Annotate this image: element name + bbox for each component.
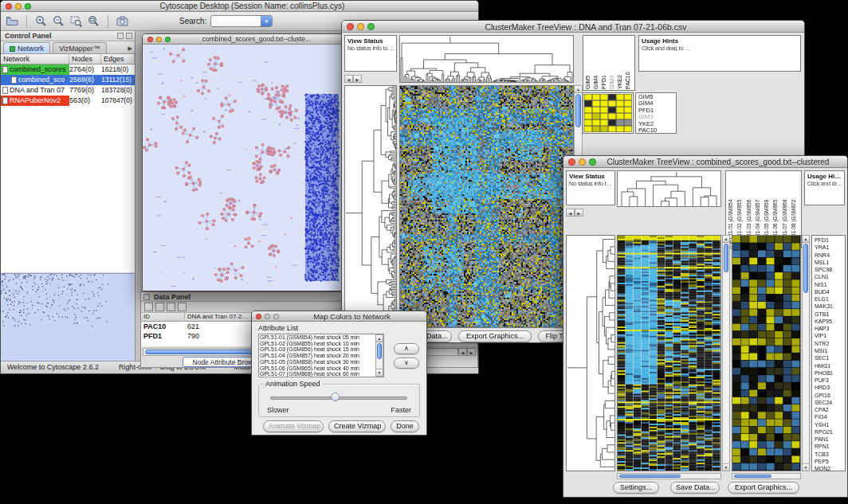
speed-slider-handle[interactable] [331,393,340,401]
search-input[interactable] [211,16,261,26]
minimize-window-icon[interactable] [15,3,22,10]
zoom-heatmap[interactable] [584,94,632,132]
scrollbar-thumb[interactable] [377,343,382,359]
zoom-hscrollbar[interactable] [732,473,801,479]
network-overview-thumbnail[interactable] [1,274,135,361]
zoom-out-icon[interactable] [52,14,65,28]
column-dendrogram[interactable] [400,36,573,82]
scrollbar-thumb[interactable] [619,475,681,478]
network-list-row[interactable]: DNA and Tran 07 7769(0) 183728(0) [1,85,135,96]
gene-label[interactable]: YSH1 [815,421,845,428]
network-list-row[interactable]: combined_sco 2569(6) 13112(15) [1,75,135,85]
column-dendrogram[interactable] [618,171,720,206]
column-header-nodes[interactable]: Nodes [69,54,101,64]
scroll-down-icon[interactable]: ▼ [803,463,809,471]
zoom-in-icon[interactable] [34,14,48,28]
close-window-icon[interactable] [347,23,354,30]
gene-label[interactable]: TCB3 [815,451,845,458]
close-window-icon[interactable] [568,158,575,166]
attribute-list-vscrollbar[interactable]: ▲ ▼ [375,334,383,377]
attribute-list-item[interactable]: GPL51-02 (GSM855) heat shock 10 min [260,341,375,347]
scrollbar-thumb[interactable] [724,244,728,272]
zoom-gene-labels[interactable]: GIM5GIM4PFD1GIM3YKE2PAC10 [635,92,677,134]
close-window-icon[interactable] [6,3,12,10]
heatmap-hscrollbar[interactable] [617,473,721,479]
attribute-list[interactable]: GPL51-01 (GSM854) heat shock 05 minGPL51… [258,334,384,377]
scroll-right-icon[interactable]: ▶ [467,348,476,356]
gene-label[interactable]: KAP95 [815,318,845,325]
gene-label[interactable]: HRD3 [815,384,845,391]
minimize-window-icon[interactable] [156,37,162,42]
open-session-icon[interactable] [6,14,19,28]
export-graphics-button[interactable]: Export Graphics... [458,330,532,342]
gene-label[interactable]: PUF3 [815,377,845,384]
export-graphics-button[interactable]: Export Graphics... [728,482,799,494]
zoom-heatmap[interactable] [732,236,800,471]
scroll-left-icon[interactable]: ◀ [458,348,467,356]
row-dendrogram[interactable] [567,236,614,471]
treeview-dna-titlebar[interactable]: ClusterMaker TreeView : DNA and Tran 07-… [342,21,804,33]
treeview-combined-titlebar[interactable]: ClusterMaker TreeView : combined_scores_… [563,156,847,168]
scroll-left-icon[interactable]: ◀ [344,75,353,83]
minimize-window-icon[interactable] [579,158,586,166]
gene-label[interactable]: HMG1 [815,362,845,369]
scroll-up-icon[interactable]: ▲ [376,335,383,342]
column-header-edges[interactable]: Edges [101,54,135,64]
scroll-up-icon[interactable]: ▲ [723,236,729,243]
gene-label[interactable]: PFD1 [815,236,845,244]
scroll-right-icon[interactable]: ▶ [353,75,362,83]
attribute-list-item[interactable]: GPL51-04 (GSM857) heat shock 20 min [260,353,375,359]
close-window-icon[interactable] [256,314,261,319]
gene-label[interactable]: NIS1 [815,281,845,288]
column-header-attribute[interactable]: DNA and Tran 07-21-06... [185,313,252,322]
network-table-header[interactable]: Network Nodes Edges [1,54,135,64]
row-dendrogram[interactable] [345,86,396,327]
zoom-fit-network-icon[interactable] [87,14,100,28]
gene-label[interactable]: GPI16 [815,392,845,399]
gene-label-list[interactable]: PFD1YRA1RNR4MSL1SPC98CLN1NIS1BUD4ELG1MAK… [811,235,846,471]
expression-heatmap[interactable] [400,86,573,327]
zoom-vscrollbar[interactable]: ▲ ▼ [802,235,810,471]
create-attribute-icon[interactable] [155,303,164,311]
scroll-right-icon[interactable]: ▶ [575,209,583,217]
heatmap-vscrollbar[interactable]: ▲ ▼ [722,235,730,471]
attribute-list-item[interactable]: GPL51-06 (GSM865) heat shock 40 min [260,365,375,372]
gene-label[interactable]: RPN1 [815,443,845,450]
float-panel-icon[interactable] [117,33,124,39]
gene-label[interactable]: VIP1 [815,332,845,339]
attribute-function-icon[interactable] [178,303,186,311]
main-window-titlebar[interactable]: Cytoscape Desktop (Session Name: collins… [1,1,478,12]
search-dropdown-icon[interactable]: ▼ [261,16,272,26]
animate-vizmap-button[interactable]: Animate Vizmap [263,420,324,432]
close-panel-icon[interactable] [126,33,132,39]
network-list-row[interactable]: RNAPuberNov2 563(0) 107847(0) [1,96,135,106]
data-panel-hscroll-arrows[interactable]: ◀▶ [458,348,476,356]
gene-label[interactable]: NTR2 [815,340,845,347]
scrollbar-thumb[interactable] [734,475,771,478]
gene-label[interactable]: CLN1 [815,273,845,280]
tabs-overflow-icon[interactable]: ▶ [128,45,132,53]
scrollbar-thumb[interactable] [803,244,808,293]
zoom-window-icon[interactable] [165,37,171,42]
tab-vizmapper[interactable]: VizMapper™ [53,42,107,53]
gene-label[interactable]: BUD4 [815,288,845,295]
gene-label[interactable]: PHO81 [815,369,845,377]
select-attributes-icon[interactable] [144,303,153,311]
scrollbar-thumb[interactable] [575,94,581,127]
attribute-list-item[interactable]: GPL51-03 (GSM856) heat shock 15 min [260,346,375,353]
attribute-list-item[interactable]: GPL51-01 (GSM854) heat shock 05 min [260,334,375,341]
attribute-list-item[interactable]: GPL51-07 (GSM868) heat shock 60 min [260,371,375,377]
minimize-window-icon[interactable] [357,23,364,30]
gene-label[interactable]: RPO21 [815,428,845,436]
scroll-up-icon[interactable]: ▲ [575,86,582,93]
gene-label[interactable]: SEC1 [815,354,845,361]
scroll-up-icon[interactable]: ▲ [803,236,809,243]
column-header-id[interactable]: ID [141,313,185,322]
gene-label[interactable]: SEC24 [815,399,845,406]
gene-label[interactable]: GTB1 [815,311,845,318]
settings-button[interactable]: Settings... [613,482,659,494]
dendrogram-scroll-arrows[interactable]: ◀▶ [344,75,362,83]
attribute-list-item[interactable]: GPL51-05 (GSM858) heat shock 30 min [260,359,375,365]
gene-label[interactable]: ELG1 [815,295,845,303]
scroll-left-icon[interactable]: ◀ [566,209,575,217]
